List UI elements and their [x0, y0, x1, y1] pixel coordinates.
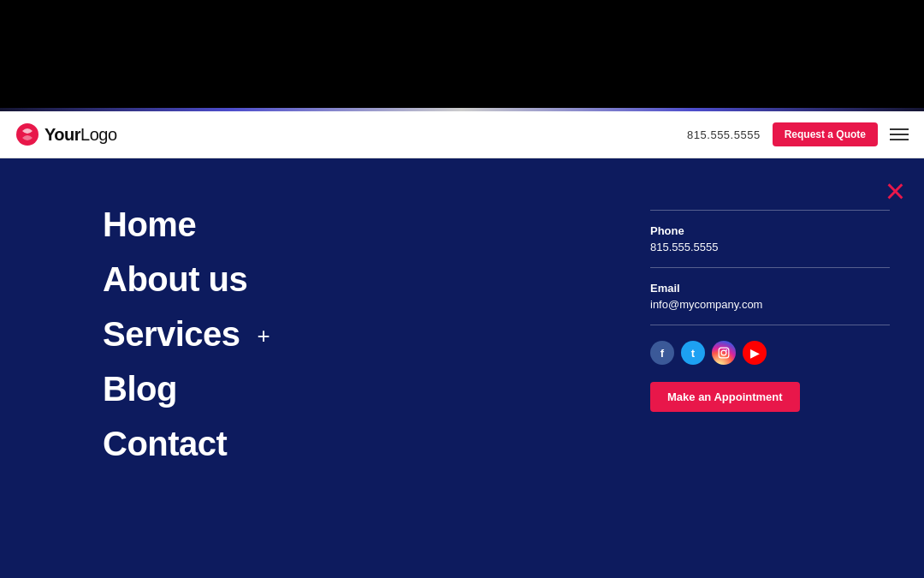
request-quote-button[interactable]: Request a Quote	[773, 122, 878, 146]
nav-link-blog[interactable]: Blog	[103, 366, 177, 412]
phone-value: 815.555.5555	[650, 241, 890, 253]
appointment-button[interactable]: Make an Appointment	[650, 382, 800, 412]
nav-services-plus[interactable]: +	[258, 323, 270, 349]
hamburger-icon[interactable]	[890, 128, 909, 140]
social-icons: f t ▶	[650, 341, 890, 365]
svg-point-2	[721, 350, 726, 355]
divider-top	[650, 210, 890, 211]
svg-point-0	[16, 123, 38, 146]
contact-right: Phone 815.555.5555 Email info@mycompany.…	[633, 158, 924, 578]
youtube-icon[interactable]: ▶	[743, 341, 767, 365]
header: YourLogo 815.555.5555 Request a Quote	[0, 111, 924, 158]
email-value: info@mycompany.com	[650, 298, 890, 311]
facebook-icon[interactable]: f	[650, 341, 674, 365]
nav-link-contact[interactable]: Contact	[103, 420, 227, 467]
logo-text: YourLogo	[44, 125, 117, 145]
logo-area: YourLogo	[15, 122, 117, 146]
hamburger-line-2	[890, 134, 909, 135]
nav-item-services: Services +	[103, 311, 633, 357]
svg-rect-1	[719, 348, 729, 358]
nav-item-about: About us	[103, 256, 633, 302]
twitter-icon[interactable]: t	[681, 341, 705, 365]
nav-link-about[interactable]: About us	[103, 256, 247, 302]
svg-point-3	[726, 349, 727, 351]
menu-overlay: × Home About us Services + Blog Contact …	[0, 158, 924, 578]
logo-icon	[15, 122, 39, 146]
close-button[interactable]: ×	[886, 174, 905, 208]
nav-link-services[interactable]: Services	[103, 311, 240, 357]
nav-item-home: Home	[103, 201, 633, 247]
nav-item-blog: Blog	[103, 366, 633, 412]
header-phone: 815.555.5555	[687, 128, 761, 141]
nav-item-contact: Contact	[103, 420, 633, 467]
hamburger-line-3	[890, 139, 909, 140]
instagram-icon[interactable]	[712, 341, 736, 365]
hamburger-line-1	[890, 128, 909, 130]
divider-email	[650, 267, 890, 268]
header-right: 815.555.5555 Request a Quote	[687, 122, 909, 146]
top-black-bar	[0, 0, 924, 111]
divider-social	[650, 325, 890, 325]
email-label: Email	[650, 282, 890, 295]
nav-left: Home About us Services + Blog Contact	[0, 158, 633, 578]
nav-link-home[interactable]: Home	[103, 201, 196, 247]
phone-label: Phone	[650, 224, 890, 237]
